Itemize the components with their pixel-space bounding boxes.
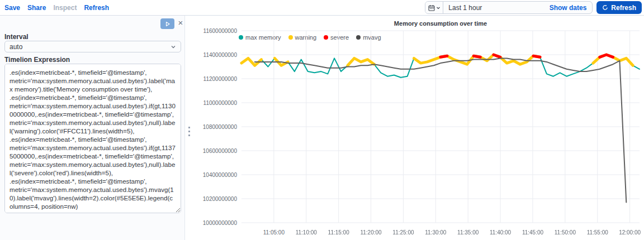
share-button[interactable]: Share bbox=[27, 4, 46, 12]
time-range-value[interactable]: Last 1 hour bbox=[443, 4, 549, 12]
inspect-button[interactable]: Inspect bbox=[53, 4, 77, 12]
top-toolbar: Save Share Inspect Refresh Last 1 bbox=[0, 0, 644, 16]
chart-plot[interactable] bbox=[195, 16, 644, 240]
expression-label: Timelion Expression bbox=[4, 56, 70, 64]
refresh-button[interactable]: Refresh bbox=[596, 1, 642, 14]
y-axis-label: 10200000000 bbox=[195, 196, 237, 202]
save-button[interactable]: Save bbox=[4, 4, 20, 12]
series-warning bbox=[348, 58, 374, 65]
series-severe bbox=[441, 56, 447, 57]
play-icon bbox=[165, 21, 171, 27]
x-axis-label: 11:25:00 bbox=[387, 229, 419, 236]
x-axis-label: 11:15:00 bbox=[323, 229, 354, 236]
interval-label: Interval bbox=[4, 33, 29, 41]
calendar-icon bbox=[428, 4, 435, 11]
timelion-expression-input[interactable]: .es(index=metricbeat-*, timefield='@time… bbox=[4, 64, 181, 213]
series-mvavg bbox=[255, 58, 627, 202]
x-axis-label: 11:20:00 bbox=[356, 229, 387, 236]
super-date-picker: Last 1 hour Show dates bbox=[425, 1, 593, 14]
show-dates-button[interactable]: Show dates bbox=[550, 4, 593, 12]
series-severe bbox=[473, 56, 480, 57]
chart-panel: Memory consumption over time max memoryw… bbox=[195, 16, 644, 240]
x-axis-label: 11:05:00 bbox=[258, 229, 290, 236]
y-axis-label: 11400000000 bbox=[195, 52, 237, 58]
time-controls: Last 1 hour Show dates Refresh bbox=[425, 1, 644, 14]
drag-handle-icon bbox=[188, 127, 190, 136]
series-severe bbox=[494, 55, 500, 57]
y-axis-label: 10800000000 bbox=[195, 124, 237, 130]
series-severe bbox=[600, 55, 613, 57]
refresh-link[interactable]: Refresh bbox=[84, 4, 109, 12]
y-axis-label: 10400000000 bbox=[195, 172, 237, 178]
x-axis-label: 12:00:00 bbox=[614, 229, 644, 236]
interval-select[interactable]: auto bbox=[4, 41, 181, 52]
panel-resizer[interactable] bbox=[185, 16, 195, 240]
series-severe bbox=[533, 56, 540, 57]
y-axis-label: 10000000000 bbox=[195, 220, 237, 226]
timelion-editor-panel: × Interval auto Timelion Expression .es(… bbox=[0, 16, 185, 240]
chevron-down-icon bbox=[171, 44, 176, 50]
close-icon[interactable]: × bbox=[176, 18, 186, 28]
x-axis-label: 11:30:00 bbox=[420, 229, 451, 236]
x-axis-label: 11:55:00 bbox=[582, 229, 613, 236]
refresh-button-label: Refresh bbox=[611, 4, 636, 12]
play-button[interactable] bbox=[160, 18, 174, 29]
x-axis-label: 11:40:00 bbox=[485, 229, 516, 236]
x-axis-label: 11:50:00 bbox=[550, 229, 581, 236]
x-axis-label: 11:35:00 bbox=[452, 229, 484, 236]
chevron-down-icon bbox=[436, 6, 441, 10]
toolbar-nav: Save Share Inspect Refresh bbox=[0, 4, 109, 12]
interval-value: auto bbox=[10, 43, 22, 51]
x-axis-label: 11:10:00 bbox=[291, 229, 322, 236]
y-axis-label: 11200000000 bbox=[195, 76, 237, 82]
calendar-dropdown-button[interactable] bbox=[425, 2, 443, 13]
y-axis-label: 11600000000 bbox=[195, 28, 237, 34]
y-axis-label: 11000000000 bbox=[195, 100, 237, 106]
refresh-icon bbox=[602, 4, 608, 11]
y-axis-label: 10600000000 bbox=[195, 148, 237, 154]
x-axis-label: 11:45:00 bbox=[517, 229, 548, 236]
